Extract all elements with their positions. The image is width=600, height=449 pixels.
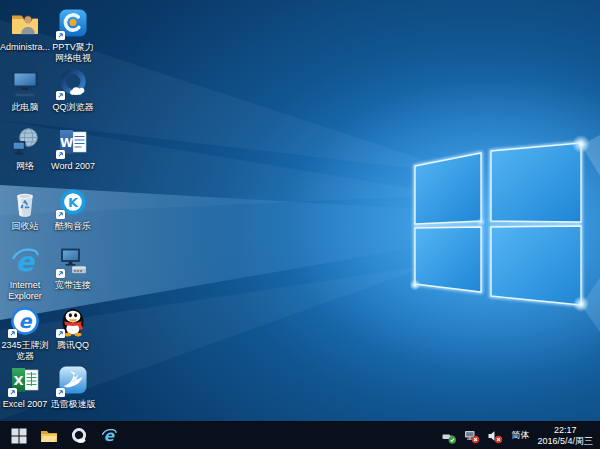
desktop-item-tencent-qq[interactable]: 腾讯QQ	[49, 302, 97, 362]
taskbar-qq-browser-button[interactable]	[64, 422, 94, 449]
clock-time: 22:17	[537, 425, 593, 436]
shortcut-arrow-icon	[56, 91, 65, 100]
svg-text:e: e	[19, 310, 33, 332]
taskbar-file-explorer-button[interactable]	[34, 422, 64, 449]
shortcut-arrow-icon	[56, 210, 65, 219]
shortcut-arrow-icon	[8, 329, 17, 338]
desktop-item-kugou-music[interactable]: K 酷狗音乐	[49, 183, 97, 243]
desktop-item-network[interactable]: 网络	[1, 123, 49, 183]
this-pc-icon	[9, 67, 41, 99]
svg-text:X: X	[13, 373, 23, 388]
desktop-item-2345-browser[interactable]: e 2345王牌浏览器	[1, 302, 49, 362]
desktop-item-broadband[interactable]: 宽带连接	[49, 242, 97, 302]
taskbar: e 简体 22:17 2016/	[0, 421, 600, 449]
shortcut-arrow-icon	[56, 150, 65, 159]
desktop-item-label: 2345王牌浏览器	[0, 340, 51, 362]
taskbar-internet-explorer-button[interactable]: e	[94, 422, 124, 449]
desktop: Administra... 此电脑	[0, 0, 600, 421]
desktop-item-label: PPTV聚力 网络电视	[47, 42, 99, 64]
svg-text:K: K	[68, 195, 79, 210]
system-tray: 简体 22:17 2016/5/4/周三	[441, 422, 600, 449]
desktop-item-administrator[interactable]: Administra...	[1, 4, 49, 64]
recycle-bin-icon	[9, 186, 41, 218]
desktop-item-label: 宽带连接	[47, 280, 99, 291]
folder-icon	[40, 428, 58, 444]
network-icon	[9, 126, 41, 158]
volume-muted-icon[interactable]	[487, 428, 503, 444]
desktop-item-this-pc[interactable]: 此电脑	[1, 64, 49, 124]
internet-explorer-icon: e	[9, 245, 41, 277]
start-button[interactable]	[4, 422, 34, 449]
desktop-item-label: 此电脑	[0, 102, 51, 113]
network-disconnected-icon[interactable]	[464, 428, 480, 444]
usb-safely-remove-icon[interactable]	[441, 428, 457, 444]
svg-text:W: W	[60, 136, 73, 150]
shortcut-arrow-icon	[56, 329, 65, 338]
shortcut-arrow-icon	[8, 388, 17, 397]
windows-logo-icon	[11, 428, 27, 444]
desktop-item-word-2007[interactable]: W Word 2007	[49, 123, 97, 183]
desktop-item-qq-browser[interactable]: QQ浏览器	[49, 64, 97, 124]
qq-browser-logo-icon	[70, 427, 88, 445]
desktop-item-excel-2007[interactable]: X Excel 2007	[1, 361, 49, 421]
desktop-item-label: Internet Explorer	[0, 280, 51, 302]
clock-date: 2016/5/4/周三	[537, 436, 593, 447]
desktop-item-label: QQ浏览器	[47, 102, 99, 113]
user-folder-icon	[9, 7, 41, 39]
desktop-icon-grid: Administra... 此电脑	[1, 4, 97, 421]
taskbar-clock[interactable]: 22:17 2016/5/4/周三	[537, 425, 593, 446]
desktop-item-label: 酷狗音乐	[47, 221, 99, 232]
shortcut-arrow-icon	[56, 269, 65, 278]
desktop-item-label: 腾讯QQ	[47, 340, 99, 351]
desktop-item-label: Excel 2007	[0, 399, 51, 410]
desktop-item-label: 迅雷极速版	[47, 399, 99, 410]
shortcut-arrow-icon	[56, 388, 65, 397]
desktop-item-internet-explorer[interactable]: e Internet Explorer	[1, 242, 49, 302]
desktop-item-thunder[interactable]: 迅雷极速版	[49, 361, 97, 421]
desktop-item-recycle-bin[interactable]: 回收站	[1, 183, 49, 243]
desktop-item-label: Word 2007	[47, 161, 99, 172]
ie-logo-icon: e	[100, 427, 118, 445]
desktop-item-label: 回收站	[0, 221, 51, 232]
desktop-item-label: 网络	[0, 161, 51, 172]
desktop-item-label: Administra...	[0, 42, 51, 53]
ime-indicator[interactable]: 简体	[510, 422, 530, 449]
desktop-item-pptv[interactable]: PPTV聚力 网络电视	[49, 4, 97, 64]
shortcut-arrow-icon	[56, 31, 65, 40]
